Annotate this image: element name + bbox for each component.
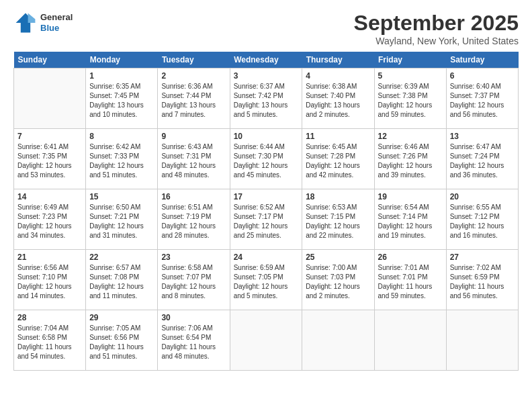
day-info: Sunrise: 6:35 AMSunset: 7:45 PMDaylight:… [89,82,154,120]
day-info: Sunrise: 7:04 AMSunset: 6:58 PMDaylight:… [17,324,82,361]
calendar-cell: 28Sunrise: 7:04 AMSunset: 6:58 PMDayligh… [14,310,86,371]
day-number: 8 [89,132,154,141]
day-info: Sunrise: 6:57 AMSunset: 7:08 PMDaylight:… [89,263,154,301]
day-number: 12 [378,132,443,141]
day-info: Sunrise: 6:45 AMSunset: 7:28 PMDaylight:… [306,142,370,180]
day-info: Sunrise: 6:47 AMSunset: 7:24 PMDaylight:… [450,142,515,180]
calendar-cell: 12Sunrise: 6:46 AMSunset: 7:26 PMDayligh… [374,129,446,189]
calendar-cell: 22Sunrise: 6:57 AMSunset: 7:08 PMDayligh… [86,250,158,310]
day-number: 2 [161,71,226,81]
day-info: Sunrise: 6:49 AMSunset: 7:23 PMDaylight:… [17,203,82,240]
calendar-cell [14,68,86,129]
title-block: September 2025 Wayland, New York, United… [354,11,519,46]
day-info: Sunrise: 6:38 AMSunset: 7:40 PMDaylight:… [306,82,370,120]
day-info: Sunrise: 7:01 AMSunset: 7:01 PMDaylight:… [378,263,443,301]
day-number: 5 [378,71,443,81]
day-info: Sunrise: 6:59 AMSunset: 7:05 PMDaylight:… [234,263,299,301]
calendar-header-monday: Monday [86,52,158,68]
day-number: 21 [17,253,82,262]
day-info: Sunrise: 6:43 AMSunset: 7:31 PMDaylight:… [161,142,226,180]
day-number: 7 [17,132,82,141]
calendar-cell: 9Sunrise: 6:43 AMSunset: 7:31 PMDaylight… [158,129,230,189]
calendar-header-wednesday: Wednesday [230,52,302,68]
day-info: Sunrise: 6:44 AMSunset: 7:30 PMDaylight:… [234,142,299,180]
calendar-cell [302,310,374,371]
day-number: 30 [161,313,226,322]
day-info: Sunrise: 7:05 AMSunset: 6:56 PMDaylight:… [89,324,154,361]
calendar-header-row: SundayMondayTuesdayWednesdayThursdayFrid… [14,52,519,68]
day-info: Sunrise: 6:51 AMSunset: 7:19 PMDaylight:… [161,203,226,240]
day-number: 18 [306,192,370,201]
calendar-cell: 20Sunrise: 6:55 AMSunset: 7:12 PMDayligh… [446,189,518,250]
month-title: September 2025 [354,11,519,36]
day-number: 17 [234,192,299,201]
day-info: Sunrise: 6:53 AMSunset: 7:15 PMDaylight:… [306,203,370,240]
calendar-cell: 25Sunrise: 7:00 AMSunset: 7:03 PMDayligh… [302,250,374,310]
calendar-cell: 17Sunrise: 6:52 AMSunset: 7:17 PMDayligh… [230,189,302,250]
logo-blue: Blue [40,23,73,34]
calendar-cell: 8Sunrise: 6:42 AMSunset: 7:33 PMDaylight… [86,129,158,189]
day-info: Sunrise: 6:39 AMSunset: 7:38 PMDaylight:… [378,82,443,120]
day-number: 19 [378,192,443,201]
calendar-header-sunday: Sunday [14,52,86,68]
day-number: 13 [450,132,515,141]
day-number: 15 [89,192,154,201]
calendar-cell: 1Sunrise: 6:35 AMSunset: 7:45 PMDaylight… [86,68,158,129]
calendar-cell: 29Sunrise: 7:05 AMSunset: 6:56 PMDayligh… [86,310,158,371]
page-header: General Blue September 2025 Wayland, New… [13,11,519,46]
day-number: 22 [89,253,154,262]
day-info: Sunrise: 6:55 AMSunset: 7:12 PMDaylight:… [450,203,515,240]
day-number: 27 [450,253,515,262]
calendar-cell: 21Sunrise: 6:56 AMSunset: 7:10 PMDayligh… [14,250,86,310]
calendar-table: SundayMondayTuesdayWednesdayThursdayFrid… [13,52,519,371]
day-number: 23 [161,253,226,262]
calendar-cell: 7Sunrise: 6:41 AMSunset: 7:35 PMDaylight… [14,129,86,189]
calendar-cell: 15Sunrise: 6:50 AMSunset: 7:21 PMDayligh… [86,189,158,250]
calendar-cell: 14Sunrise: 6:49 AMSunset: 7:23 PMDayligh… [14,189,86,250]
day-info: Sunrise: 6:52 AMSunset: 7:17 PMDaylight:… [234,203,299,240]
day-info: Sunrise: 6:36 AMSunset: 7:44 PMDaylight:… [161,82,226,120]
calendar-cell: 24Sunrise: 6:59 AMSunset: 7:05 PMDayligh… [230,250,302,310]
day-info: Sunrise: 6:56 AMSunset: 7:10 PMDaylight:… [17,263,82,301]
day-info: Sunrise: 6:54 AMSunset: 7:14 PMDaylight:… [378,203,443,240]
day-number: 16 [161,192,226,201]
calendar-cell: 18Sunrise: 6:53 AMSunset: 7:15 PMDayligh… [302,189,374,250]
calendar-week-row-2: 7Sunrise: 6:41 AMSunset: 7:35 PMDaylight… [14,129,519,189]
calendar-cell: 6Sunrise: 6:40 AMSunset: 7:37 PMDaylight… [446,68,518,129]
day-info: Sunrise: 6:46 AMSunset: 7:26 PMDaylight:… [378,142,443,180]
calendar-header-friday: Friday [374,52,446,68]
calendar-cell [230,310,302,371]
calendar-week-row-5: 28Sunrise: 7:04 AMSunset: 6:58 PMDayligh… [14,310,519,371]
day-number: 26 [378,253,443,262]
calendar-cell [446,310,518,371]
calendar-header-thursday: Thursday [302,52,374,68]
calendar-cell: 27Sunrise: 7:02 AMSunset: 6:59 PMDayligh… [446,250,518,310]
calendar-week-row-1: 1Sunrise: 6:35 AMSunset: 7:45 PMDaylight… [14,68,519,129]
calendar-header-tuesday: Tuesday [158,52,230,68]
day-number: 29 [89,313,154,322]
day-number: 4 [306,71,370,81]
day-info: Sunrise: 7:00 AMSunset: 7:03 PMDaylight:… [306,263,370,301]
day-number: 9 [161,132,226,141]
calendar-cell: 3Sunrise: 6:37 AMSunset: 7:42 PMDaylight… [230,68,302,129]
day-info: Sunrise: 7:06 AMSunset: 6:54 PMDaylight:… [161,324,226,361]
calendar-cell: 26Sunrise: 7:01 AMSunset: 7:01 PMDayligh… [374,250,446,310]
day-number: 20 [450,192,515,201]
calendar-week-row-3: 14Sunrise: 6:49 AMSunset: 7:23 PMDayligh… [14,189,519,250]
calendar-cell: 4Sunrise: 6:38 AMSunset: 7:40 PMDaylight… [302,68,374,129]
day-number: 1 [89,71,154,81]
calendar-header-saturday: Saturday [446,52,518,68]
day-number: 25 [306,253,370,262]
day-info: Sunrise: 6:42 AMSunset: 7:33 PMDaylight:… [89,142,154,180]
logo-general: General [40,12,73,23]
day-number: 3 [234,71,299,81]
day-info: Sunrise: 7:02 AMSunset: 6:59 PMDaylight:… [450,263,515,301]
day-info: Sunrise: 6:58 AMSunset: 7:07 PMDaylight:… [161,263,226,301]
location: Wayland, New York, United States [354,36,519,46]
day-info: Sunrise: 6:41 AMSunset: 7:35 PMDaylight:… [17,142,82,180]
calendar-cell: 2Sunrise: 6:36 AMSunset: 7:44 PMDaylight… [158,68,230,129]
calendar-cell: 5Sunrise: 6:39 AMSunset: 7:38 PMDaylight… [374,68,446,129]
day-number: 11 [306,132,370,141]
day-info: Sunrise: 6:40 AMSunset: 7:37 PMDaylight:… [450,82,515,120]
calendar-cell: 10Sunrise: 6:44 AMSunset: 7:30 PMDayligh… [230,129,302,189]
